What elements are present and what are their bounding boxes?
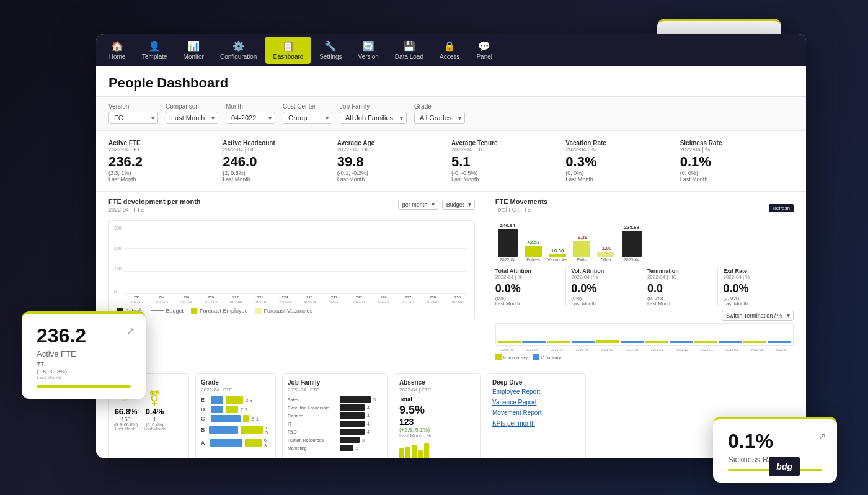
month-select-wrapper[interactable]: 04-2022 xyxy=(226,112,275,124)
sickness-trend-icon: ↗ xyxy=(818,430,826,442)
exit-rate-sub: 2022-04 | % xyxy=(723,274,789,280)
legend-forecast-vac: Forecast Vacancies xyxy=(255,308,312,314)
deep-dive-list: Employee Report Variance Report Movement… xyxy=(492,388,580,427)
forecast-vac-label: Forecast Vacancies xyxy=(264,308,312,314)
fte-dev-subtitle: 2022-04 | FTE xyxy=(108,207,201,213)
grade-card-sub: 2022-04 | FTE xyxy=(201,387,270,393)
kpi-vacation-subtitle: 2022-04 | % xyxy=(565,146,671,153)
attrition-chart-labels: 2021-05 2021-06 2021-07 2021-08 2021-09 … xyxy=(495,348,794,352)
fte-movements: FTE Movements Total FC | FTE Refresh 240… xyxy=(495,198,794,262)
link-variance-report[interactable]: Variance Report xyxy=(492,399,580,406)
absence-card: Absence 2022-04 | FTE Total 9.5% 123 (+2… xyxy=(394,373,480,458)
waterfall-other: -1.00 Other xyxy=(595,246,617,262)
jf-marketing-bar xyxy=(340,445,353,451)
filter-grade: Grade All Grades xyxy=(414,103,465,124)
grade-d: D 2 2 xyxy=(201,406,270,413)
grade-select[interactable]: All Grades xyxy=(414,112,465,124)
termination-sub: 2022-04 | HC xyxy=(647,274,713,280)
nav-data-load[interactable]: 💾 Data Load xyxy=(388,37,431,64)
voluntary-dot xyxy=(533,354,539,360)
link-kpis-per-month[interactable]: KPIs per month xyxy=(492,420,580,427)
page-title: People Dashboard xyxy=(108,75,794,91)
grade-c-bar2 xyxy=(243,415,249,422)
per-month-select[interactable]: per month xyxy=(398,200,438,210)
budget-select[interactable]: Budget xyxy=(442,200,475,210)
comparison-select-wrapper[interactable]: Last Month xyxy=(166,112,218,124)
month-select[interactable]: 04-2022 xyxy=(226,112,275,124)
comparison-select[interactable]: Last Month xyxy=(166,112,218,124)
kpi-avg-tenure-title: Average Tenure xyxy=(451,140,557,146)
legend-forecast-emp: Forecast Employee xyxy=(191,308,248,314)
job-family-select[interactable]: All Job Families xyxy=(340,112,407,124)
sickness-value: 0.1% xyxy=(728,430,822,452)
job-family-card: Job Family 2022-04 | FTE Sales 5 Executi… xyxy=(282,373,388,458)
grade-c: C 5 1 xyxy=(201,415,270,422)
nav-panel[interactable]: 💬 Panel xyxy=(468,37,500,64)
link-employee-report[interactable]: Employee Report xyxy=(492,388,580,395)
voluntary-label: Voluntary xyxy=(541,355,561,360)
jf-it: IT 4 xyxy=(288,421,382,427)
kpi-active-hc-value: 246.0 xyxy=(223,155,329,169)
job-family-select-wrapper[interactable]: All Job Families xyxy=(340,112,407,124)
voluntary-legend: Voluntary xyxy=(533,354,561,360)
involuntary-legend: Involuntary xyxy=(495,354,528,360)
version-select[interactable]: FC xyxy=(108,112,158,124)
filter-job-family: Job Family All Job Families xyxy=(340,103,407,124)
nav-config-label: Configuration xyxy=(220,53,257,60)
grade-e-bar2 xyxy=(226,396,243,404)
dashboard-content: People Dashboard Version FC Comparison xyxy=(96,66,806,458)
nav-configuration[interactable]: ⚙️ Configuration xyxy=(213,37,264,64)
fte-bar-chart: 300 200 100 0 xyxy=(108,220,475,319)
exit-rate-change: (0, 0%)Last Month xyxy=(723,295,789,306)
kpi-vacation-title: Vacation Rate xyxy=(565,140,671,146)
per-month-select-wrapper[interactable]: per month xyxy=(398,198,438,210)
version-select-wrapper[interactable]: FC xyxy=(108,112,158,124)
waterfall-vacancies: +0.00 Vacancies xyxy=(547,248,569,262)
nav-dashboard-label: Dashboard xyxy=(273,53,303,60)
male-count: 158 xyxy=(114,416,138,422)
nav-home[interactable]: 🏠 Home xyxy=(101,37,133,64)
absence-total-label: Total xyxy=(399,396,475,403)
cost-center-select-wrapper[interactable]: Group xyxy=(283,112,332,124)
fte-dev-title: FTE development per month xyxy=(108,198,201,205)
kpi-total-attrition: Total Attrition 2022-04 | % 0.0% (0%)Las… xyxy=(495,268,567,306)
kpi-active-hc: Active Headcount 2022-04 | HC 246.0 (2, … xyxy=(223,137,337,185)
male-pct: 66.8% xyxy=(114,407,138,416)
movements-header: FTE Movements Total FC | FTE Refresh xyxy=(495,198,794,218)
cost-center-select[interactable]: Group xyxy=(283,112,332,124)
version-icon: 🔄 xyxy=(362,40,374,52)
nav-home-label: Home xyxy=(109,53,126,60)
kpi-avg-age-title: Average Age xyxy=(337,140,443,146)
fte-trend-icon: ↗ xyxy=(126,325,135,337)
settings-icon: 🔧 xyxy=(324,40,337,52)
switch-termination-wrapper[interactable]: Switch Termination / % xyxy=(495,309,794,321)
switch-termination-select[interactable]: Switch Termination / % xyxy=(722,311,794,321)
nav-access[interactable]: 🔒 Access xyxy=(432,37,467,64)
grade-select-wrapper[interactable]: All Grades xyxy=(414,112,465,124)
divers-change-label: Last Month xyxy=(144,427,166,431)
absence-mini-chart xyxy=(399,441,475,458)
config-icon: ⚙️ xyxy=(232,40,245,52)
main-window: 🏠 Home 👤 Template 📊 Monitor ⚙️ Configura… xyxy=(96,34,806,458)
panel-icon: 💬 xyxy=(478,40,490,52)
nav-version[interactable]: 🔄 Version xyxy=(350,37,386,64)
version-label: Version xyxy=(108,103,158,110)
fte-label: Active FTE xyxy=(37,349,131,359)
switch-termination-select-wrapper[interactable]: Switch Termination / % xyxy=(722,309,794,321)
filter-cost-center: Cost Center Group xyxy=(283,103,332,124)
refresh-button[interactable]: Refresh xyxy=(769,204,794,212)
kpi-avg-tenure: Average Tenure 2022-04 | HC 5.1 (-0, -0.… xyxy=(451,137,565,185)
nav-monitor[interactable]: 📊 Monitor xyxy=(176,37,211,64)
divers-icon: ⚧ xyxy=(144,390,166,407)
nav-dashboard[interactable]: 📋 Dashboard xyxy=(265,37,311,64)
job-family-card-sub: 2022-04 | FTE xyxy=(288,387,382,393)
budget-line xyxy=(151,310,164,311)
link-movement-report[interactable]: Movement Report xyxy=(492,409,580,416)
nav-template[interactable]: 👤 Template xyxy=(135,37,175,64)
kpi-avg-tenure-change: (-0, -0.5%)Last Month xyxy=(451,170,557,182)
kpi-active-fte-value: 236.2 xyxy=(108,155,215,169)
nav-settings[interactable]: 🔧 Settings xyxy=(312,37,349,64)
fte-sub-value: 77 xyxy=(37,361,131,368)
exit-rate-title: Exit Rate xyxy=(723,268,789,274)
budget-select-wrapper[interactable]: Budget xyxy=(442,198,475,210)
